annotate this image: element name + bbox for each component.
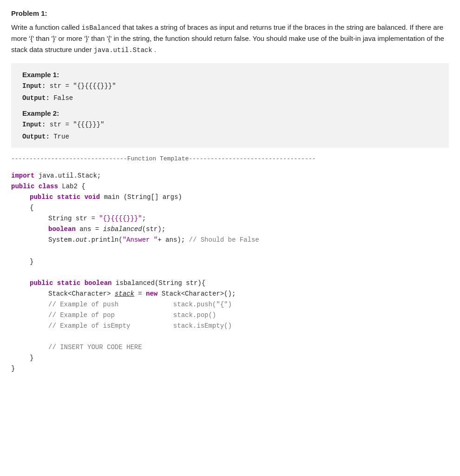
code-line-blank	[11, 267, 449, 278]
code-block: import java.util.Stack; public class Lab…	[11, 171, 449, 375]
example-1-input: Input: str = "{}{{{{}}}"	[22, 82, 438, 90]
code-line-12: // Example of push stack.push("{")	[48, 299, 449, 310]
code-line-14: // Example of isEmpty stack.isEmpty()	[48, 321, 449, 331]
example-2-title: Example 2:	[22, 109, 438, 117]
code-line-5: String str = "{}{{{{}}}";	[48, 213, 449, 224]
code-line-16: }	[30, 353, 449, 364]
code-line-17: }	[11, 364, 449, 374]
code-line-8	[30, 245, 449, 256]
example-1-output: Output: False	[22, 94, 438, 102]
code-line-10: public static boolean isbalanced(String …	[30, 278, 449, 289]
problem-title: Problem 1:	[11, 9, 449, 17]
code-line-13: // Example of pop stack.pop()	[48, 310, 449, 321]
code-line-3: public static void main (String[] args)	[30, 192, 449, 203]
code-line-11: Stack<Character> stack = new Stack<Chara…	[48, 289, 449, 299]
code-line-blank2	[11, 331, 449, 342]
page-container: Problem 1: Write a function called isBal…	[11, 9, 449, 375]
code-line-4: {	[30, 203, 449, 213]
inline-code-stack: java.util.Stack	[94, 46, 152, 54]
example-1-title: Example 1:	[22, 71, 438, 79]
inline-code-isbalanced: isBalanced	[81, 24, 120, 32]
code-line-1: import java.util.Stack;	[11, 171, 449, 181]
code-line-2: public class Lab2 {	[11, 181, 449, 192]
code-line-6: boolean ans = isbalanced(str);	[48, 224, 449, 235]
example-2-input: Input: str = "{{{}}}"	[22, 121, 438, 128]
code-line-9: }	[30, 257, 449, 267]
examples-container: Example 1: Input: str = "{}{{{{}}}" Outp…	[11, 63, 449, 148]
code-line-7: System.out.println("Answer "+ ans); // S…	[48, 235, 449, 245]
code-line-15: // INSERT YOUR CODE HERE	[48, 342, 449, 353]
example-2-output: Output: True	[22, 133, 438, 140]
example-1: Example 1: Input: str = "{}{{{{}}}" Outp…	[22, 71, 438, 102]
divider: --------------------------------Function…	[11, 155, 449, 162]
problem-description: Write a function called isBalanced that …	[11, 22, 449, 56]
example-2: Example 2: Input: str = "{{{}}}" Output:…	[22, 109, 438, 140]
